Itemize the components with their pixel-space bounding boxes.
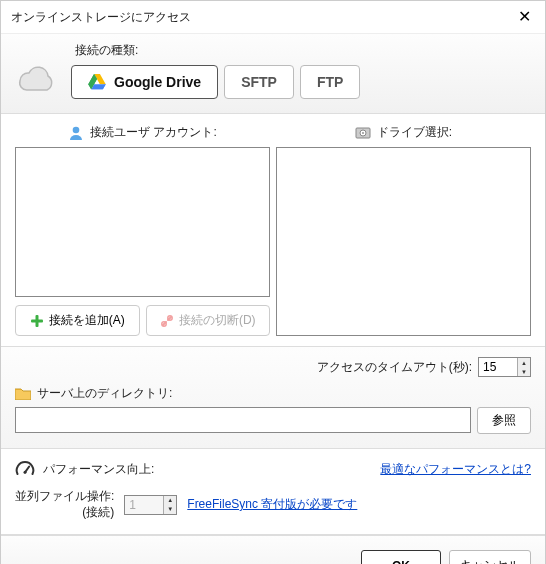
drive-header: ドライブ選択: [377, 124, 452, 141]
folder-icon [15, 387, 31, 400]
parallel-label: 並列ファイル操作: (接続) [15, 489, 114, 520]
directory-input[interactable] [15, 407, 471, 433]
dialog-footer: OK キャンセル [1, 535, 545, 564]
parallel-input [125, 496, 163, 514]
online-storage-dialog: オンラインストレージにアクセス ✕ 接続の種類: Google Driv [0, 0, 546, 564]
performance-help-link[interactable]: 最適なパフォーマンスとは? [380, 461, 531, 478]
svg-point-7 [362, 132, 364, 134]
timeout-up[interactable]: ▲ [518, 358, 530, 367]
tab-google-drive[interactable]: Google Drive [71, 65, 218, 99]
close-icon: ✕ [518, 8, 531, 25]
timeout-input[interactable] [479, 358, 517, 376]
svg-point-0 [73, 126, 80, 133]
drive-listbox[interactable] [276, 147, 531, 336]
user-icon [68, 125, 84, 141]
performance-header-label: パフォーマンス向上: [43, 461, 154, 478]
add-connection-button[interactable]: 接続を追加(A) [15, 305, 140, 336]
donation-link[interactable]: FreeFileSync 寄付版が必要です [187, 496, 357, 513]
parallel-down: ▼ [164, 505, 176, 514]
titlebar: オンラインストレージにアクセス ✕ [1, 1, 545, 34]
accounts-listbox[interactable] [15, 147, 270, 297]
plus-icon [30, 314, 44, 328]
directory-section: アクセスのタイムアウト(秒): ▲ ▼ サーバ上のディレクトリ: 参照 [1, 347, 545, 449]
timeout-down[interactable]: ▼ [518, 367, 530, 376]
ok-label: OK [392, 559, 410, 564]
dialog-title: オンラインストレージにアクセス [11, 9, 191, 26]
tab-sftp-label: SFTP [241, 74, 277, 90]
cloud-icon [15, 63, 57, 95]
svg-rect-2 [31, 319, 43, 322]
browse-button[interactable]: 参照 [477, 407, 531, 434]
performance-section: パフォーマンス向上: 最適なパフォーマンスとは? 並列ファイル操作: (接続) … [1, 449, 545, 535]
connection-type-label: 接続の種類: [71, 42, 531, 59]
cancel-label: キャンセル [460, 558, 520, 564]
ok-button[interactable]: OK [361, 550, 441, 564]
timeout-label: アクセスのタイムアウト(秒): [317, 359, 472, 376]
svg-point-9 [24, 471, 27, 474]
accounts-panel: 接続ユーザ アカウント: 接続を追加(A) 接 [15, 124, 270, 336]
timeout-spinner[interactable]: ▲ ▼ [478, 357, 531, 377]
tab-ftp-label: FTP [317, 74, 343, 90]
close-button[interactable]: ✕ [512, 7, 537, 27]
drive-icon [355, 125, 371, 141]
tab-ftp[interactable]: FTP [300, 65, 360, 99]
parallel-spinner: ▲ ▼ [124, 495, 177, 515]
directory-label: サーバ上のディレクトリ: [37, 385, 172, 402]
disconnect-icon [160, 314, 174, 328]
tab-sftp[interactable]: SFTP [224, 65, 294, 99]
cancel-button[interactable]: キャンセル [449, 550, 531, 564]
google-drive-icon [88, 74, 106, 90]
gauge-icon [15, 459, 35, 479]
drive-panel: ドライブ選択: [276, 124, 531, 336]
disconnect-label: 接続の切断(D) [179, 312, 256, 329]
accounts-header: 接続ユーザ アカウント: [90, 124, 217, 141]
tab-google-drive-label: Google Drive [114, 74, 201, 90]
connection-type-section: 接続の種類: Google Drive SFTP FTP [1, 34, 545, 114]
browse-label: 参照 [492, 413, 516, 427]
parallel-up: ▲ [164, 496, 176, 505]
disconnect-button: 接続の切断(D) [146, 305, 271, 336]
add-connection-label: 接続を追加(A) [49, 312, 125, 329]
